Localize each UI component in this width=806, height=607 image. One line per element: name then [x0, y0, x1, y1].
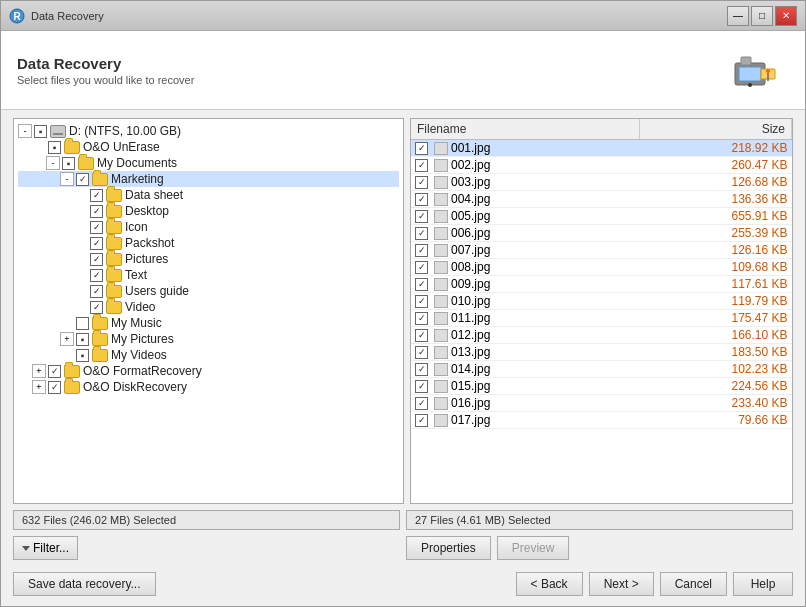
file-checkbox-13[interactable]	[415, 363, 428, 376]
file-row[interactable]: 009.jpg 117.61 KB	[411, 276, 792, 293]
checkbox-oo-format[interactable]	[48, 365, 61, 378]
file-checkbox-3[interactable]	[415, 193, 428, 206]
col-filename[interactable]: Filename	[411, 119, 639, 140]
checkbox-video[interactable]	[90, 301, 103, 314]
file-checkbox-11[interactable]	[415, 329, 428, 342]
file-row[interactable]: 003.jpg 126.68 KB	[411, 174, 792, 191]
tree-item-my-videos[interactable]: My Videos	[18, 347, 399, 363]
right-status: 27 Files (4.61 MB) Selected	[406, 510, 793, 530]
tree-item-video[interactable]: Video	[18, 299, 399, 315]
file-row[interactable]: 004.jpg 136.36 KB	[411, 191, 792, 208]
file-checkbox-9[interactable]	[415, 295, 428, 308]
expander-my-pictures[interactable]: +	[60, 332, 74, 346]
file-checkbox-1[interactable]	[415, 159, 428, 172]
tree-item-oo-format[interactable]: + O&O FormatRecovery	[18, 363, 399, 379]
checkbox-my-music[interactable]	[76, 317, 89, 330]
tree-item-text[interactable]: Text	[18, 267, 399, 283]
checkbox-oo-unerase[interactable]	[48, 141, 61, 154]
properties-button[interactable]: Properties	[406, 536, 491, 560]
checkbox-icon[interactable]	[90, 221, 103, 234]
file-checkbox-7[interactable]	[415, 261, 428, 274]
file-row[interactable]: 016.jpg 233.40 KB	[411, 395, 792, 412]
tree-item-drive[interactable]: - D: (NTFS, 10.00 GB)	[18, 123, 399, 139]
file-checkbox-12[interactable]	[415, 346, 428, 359]
file-size-15: 233.40 KB	[639, 395, 791, 412]
expander-drive[interactable]: -	[18, 124, 32, 138]
minimize-button[interactable]: —	[727, 6, 749, 26]
checkbox-text[interactable]	[90, 269, 103, 282]
checkbox-my-pictures[interactable]	[76, 333, 89, 346]
col-size[interactable]: Size	[639, 119, 791, 140]
file-row[interactable]: 006.jpg 255.39 KB	[411, 225, 792, 242]
cancel-button[interactable]: Cancel	[660, 572, 727, 596]
next-button[interactable]: Next >	[589, 572, 654, 596]
preview-button[interactable]: Preview	[497, 536, 570, 560]
tree-item-data-sheet[interactable]: Data sheet	[18, 187, 399, 203]
left-panel[interactable]: - D: (NTFS, 10.00 GB) O&O UnErase -	[13, 118, 404, 504]
file-row[interactable]: 014.jpg 102.23 KB	[411, 361, 792, 378]
file-icon-14	[434, 380, 448, 393]
file-row[interactable]: 002.jpg 260.47 KB	[411, 157, 792, 174]
title-bar-buttons: — □ ✕	[727, 6, 797, 26]
controls-row: Filter... Properties Preview	[13, 536, 793, 560]
tree-item-my-music[interactable]: My Music	[18, 315, 399, 331]
checkbox-packshot[interactable]	[90, 237, 103, 250]
tree-item-pictures[interactable]: Pictures	[18, 251, 399, 267]
tree-item-packshot[interactable]: Packshot	[18, 235, 399, 251]
file-checkbox-6[interactable]	[415, 244, 428, 257]
close-button[interactable]: ✕	[775, 6, 797, 26]
tree-item-icon[interactable]: Icon	[18, 219, 399, 235]
file-row[interactable]: 008.jpg 109.68 KB	[411, 259, 792, 276]
header-text: Data Recovery Select files you would lik…	[17, 55, 194, 86]
folder-icon-marketing	[92, 173, 108, 186]
app-icon: R	[9, 8, 25, 24]
tree-item-my-pictures[interactable]: + My Pictures	[18, 331, 399, 347]
checkbox-desktop[interactable]	[90, 205, 103, 218]
tree-item-users-guide[interactable]: Users guide	[18, 283, 399, 299]
checkbox-my-videos[interactable]	[76, 349, 89, 362]
file-row[interactable]: 013.jpg 183.50 KB	[411, 344, 792, 361]
file-checkbox-5[interactable]	[415, 227, 428, 240]
checkbox-marketing[interactable]	[76, 173, 89, 186]
checkbox-drive[interactable]	[34, 125, 47, 138]
file-checkbox-8[interactable]	[415, 278, 428, 291]
expander-marketing[interactable]: -	[60, 172, 74, 186]
expander-oo-disk[interactable]: +	[32, 380, 46, 394]
tree-item-oo-disk[interactable]: + O&O DiskRecovery	[18, 379, 399, 395]
file-list[interactable]: Filename Size 001.jpg	[411, 119, 792, 429]
checkbox-data-sheet[interactable]	[90, 189, 103, 202]
file-checkbox-15[interactable]	[415, 397, 428, 410]
file-checkbox-4[interactable]	[415, 210, 428, 223]
file-row[interactable]: 007.jpg 126.16 KB	[411, 242, 792, 259]
checkbox-oo-disk[interactable]	[48, 381, 61, 394]
file-checkbox-10[interactable]	[415, 312, 428, 325]
folder-icon-text	[106, 269, 122, 282]
tree-item-oo-unerase[interactable]: O&O UnErase	[18, 139, 399, 155]
checkbox-my-docs[interactable]	[62, 157, 75, 170]
save-button[interactable]: Save data recovery...	[13, 572, 156, 596]
expander-oo-format[interactable]: +	[32, 364, 46, 378]
help-button[interactable]: Help	[733, 572, 793, 596]
file-checkbox-2[interactable]	[415, 176, 428, 189]
tree-item-my-documents[interactable]: - My Documents	[18, 155, 399, 171]
file-checkbox-14[interactable]	[415, 380, 428, 393]
back-button[interactable]: < Back	[516, 572, 583, 596]
maximize-button[interactable]: □	[751, 6, 773, 26]
filter-dropdown-button[interactable]: Filter...	[13, 536, 78, 560]
file-row[interactable]: 010.jpg 119.79 KB	[411, 293, 792, 310]
expander-my-docs[interactable]: -	[46, 156, 60, 170]
file-row[interactable]: 017.jpg 79.66 KB	[411, 412, 792, 429]
file-row[interactable]: 015.jpg 224.56 KB	[411, 378, 792, 395]
header-title: Data Recovery	[17, 55, 194, 72]
file-checkbox-0[interactable]	[415, 142, 428, 155]
file-row[interactable]: 012.jpg 166.10 KB	[411, 327, 792, 344]
checkbox-users-guide[interactable]	[90, 285, 103, 298]
checkbox-pictures[interactable]	[90, 253, 103, 266]
file-row[interactable]: 005.jpg 655.91 KB	[411, 208, 792, 225]
file-checkbox-16[interactable]	[415, 414, 428, 427]
file-row[interactable]: 011.jpg 175.47 KB	[411, 310, 792, 327]
tree-item-marketing[interactable]: - Marketing	[18, 171, 399, 187]
tree-item-desktop[interactable]: Desktop	[18, 203, 399, 219]
file-size-12: 183.50 KB	[639, 344, 791, 361]
file-row[interactable]: 001.jpg 218.92 KB	[411, 140, 792, 157]
